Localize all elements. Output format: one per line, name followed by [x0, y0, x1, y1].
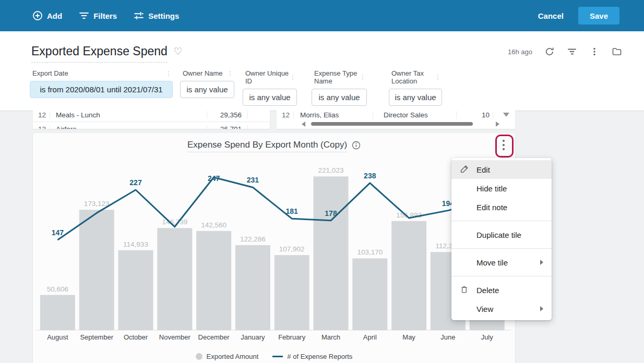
menu-item-icon-slot: [460, 229, 472, 240]
x-axis-label-march: March: [321, 333, 340, 341]
scroll-right-icon[interactable]: [496, 122, 499, 127]
table-row[interactable]: 12Morris, EliasDirector Sales10: [277, 111, 515, 122]
settings-button[interactable]: Settings: [134, 10, 179, 21]
filter-value-chip[interactable]: is any value: [243, 89, 297, 106]
refresh-icon[interactable]: [544, 46, 555, 57]
bar-august[interactable]: [40, 295, 75, 331]
bar-value-label: 107,902: [279, 245, 305, 253]
x-axis-label-may: May: [402, 333, 415, 341]
menu-item-hide-title[interactable]: Hide title: [451, 179, 552, 198]
count-cell: 10: [457, 111, 493, 119]
folder-icon[interactable]: [612, 46, 622, 57]
filter-kebab-icon[interactable]: ⋮: [227, 71, 233, 76]
filter-kebab-icon[interactable]: ⋮: [290, 75, 296, 80]
filter-kebab-icon[interactable]: ⋮: [360, 75, 366, 80]
bar-value-label: 114,933: [123, 240, 148, 248]
bar-december[interactable]: [196, 231, 231, 330]
cancel-button[interactable]: Cancel: [538, 11, 564, 20]
menu-item-label: Hide title: [476, 184, 507, 193]
bar-january[interactable]: [235, 245, 270, 330]
x-axis-label-december: December: [198, 333, 230, 341]
expense-type-cell: Meals - Lunch: [50, 111, 207, 119]
filter-label: Expense Type Name: [314, 69, 360, 85]
menu-item-duplicate-tile[interactable]: Duplicate tile: [451, 225, 552, 244]
amount-cell: 26,791: [207, 125, 248, 129]
filter-owner-name: Owner Name⋮is any value: [180, 69, 234, 98]
line-value-label: 178: [325, 209, 337, 217]
table-row[interactable]: 13Airfare26,791: [33, 122, 270, 129]
scroll-down-icon[interactable]: [503, 113, 509, 117]
expense-type-cell: Airfare: [50, 125, 207, 129]
submenu-arrow-icon: [540, 306, 543, 311]
bar-value-label: 50,606: [47, 285, 68, 293]
table-row[interactable]: 12Meals - Lunch29,356: [33, 111, 270, 122]
scroll-left-icon[interactable]: [302, 122, 305, 127]
bar-may[interactable]: [391, 221, 426, 330]
x-axis-label-june: June: [440, 333, 455, 341]
page-title[interactable]: Exported Expense Spend: [31, 44, 168, 63]
bar-march[interactable]: [314, 176, 349, 330]
add-button[interactable]: Add: [32, 10, 62, 21]
filter-label: Owner Name: [183, 69, 223, 77]
edit-toolbar: Add Filters Settings Cancel Save: [0, 0, 644, 31]
bar-february[interactable]: [275, 255, 309, 330]
filter-kebab-icon[interactable]: ⋮: [435, 75, 441, 80]
x-axis-label-october: October: [124, 333, 148, 341]
menu-item-label: Duplicate tile: [476, 231, 521, 239]
dashboard-filters-icon[interactable]: [567, 46, 577, 57]
chart-legend: Exported Amount# of Expense Reports: [33, 353, 515, 360]
filter-label: Owner Unique ID: [245, 69, 290, 85]
filter-export-date: Export Date⋮is from 2020/08/01 until 202…: [30, 69, 173, 98]
menu-item-edit-note[interactable]: Edit note: [451, 198, 552, 216]
x-axis-label-february: February: [278, 333, 306, 341]
favorite-heart-icon[interactable]: ♡: [174, 45, 183, 57]
bar-value-label: 122,286: [240, 235, 266, 243]
add-circle-plus-icon: [32, 10, 43, 21]
legend-item-expense-reports[interactable]: # of Expense Reports: [272, 353, 352, 360]
filter-funnel-icon: [79, 10, 89, 21]
dashboard-kebab-icon[interactable]: [589, 46, 600, 57]
filter-value-chip[interactable]: is any value: [312, 89, 367, 106]
filter-value-chip[interactable]: is any value: [389, 89, 442, 106]
legend-label: # of Expense Reports: [287, 353, 352, 360]
save-button[interactable]: Save: [578, 7, 619, 25]
filter-value-chip[interactable]: is any value: [180, 81, 234, 98]
tile-context-menu: EditHide titleEdit noteDuplicate tileMov…: [451, 158, 552, 320]
tile-title[interactable]: Expense Spend By Export Month (Copy): [187, 140, 347, 152]
info-icon[interactable]: [352, 141, 361, 152]
last-refreshed-text: 16h ago: [508, 48, 532, 56]
tile-kebab-icon[interactable]: [499, 138, 507, 152]
filters-button[interactable]: Filters: [79, 10, 117, 21]
legend-item-exported-amount[interactable]: Exported Amount: [196, 353, 259, 360]
row-number-cell: 12: [33, 111, 50, 119]
menu-item-icon-slot: [460, 183, 472, 193]
bar-april[interactable]: [352, 258, 387, 330]
add-button-label: Add: [47, 11, 62, 20]
filter-owner-unique-id: Owner Unique ID⋮is any value: [243, 69, 297, 106]
bar-september[interactable]: [79, 210, 114, 330]
bar-november[interactable]: [157, 228, 192, 330]
menu-item-view[interactable]: View: [451, 299, 552, 318]
menu-item-label: View: [476, 305, 493, 313]
x-axis-label-september: September: [80, 333, 113, 341]
menu-item-delete[interactable]: Delete: [451, 281, 552, 299]
settings-sliders-icon: [134, 10, 144, 21]
menu-item-label: Edit: [476, 165, 490, 174]
menu-divider: [451, 248, 552, 249]
bar-october[interactable]: [118, 250, 153, 330]
legend-line-icon: [272, 356, 283, 357]
dashboard-header: Exported Expense Spend ♡ 16h ago Export …: [0, 31, 644, 111]
x-axis-label-november: November: [159, 333, 191, 341]
scrollbar-thumb[interactable]: [311, 122, 473, 126]
bar-value-label: 142,560: [201, 221, 226, 229]
filter-value-chip[interactable]: is from 2020/08/01 until 2021/07/31: [30, 81, 173, 98]
menu-divider: [451, 276, 552, 276]
filter-kebab-icon[interactable]: ⋮: [165, 71, 172, 76]
filter-expense-type-name: Expense Type Name⋮is any value: [312, 69, 367, 106]
menu-divider: [451, 221, 552, 221]
line-value-label: 227: [129, 178, 142, 187]
line-value-label: 247: [208, 174, 220, 183]
menu-item-move-tile[interactable]: Move tile: [451, 253, 552, 272]
x-axis-label-april: April: [363, 333, 377, 341]
menu-item-edit[interactable]: Edit: [451, 160, 552, 179]
